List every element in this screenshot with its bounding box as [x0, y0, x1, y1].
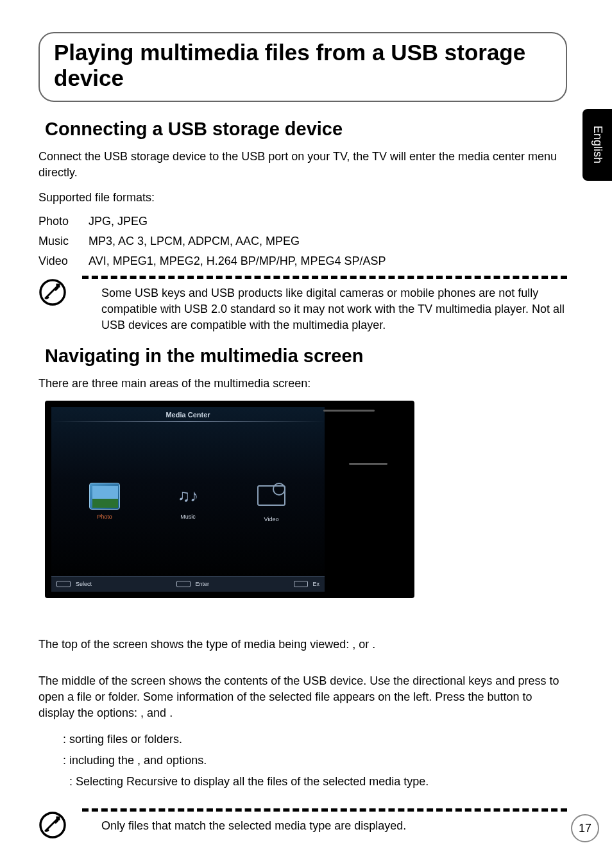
format-label: Video	[38, 255, 89, 268]
bullet-sort: : sorting files or folders.	[38, 731, 567, 748]
dashed-divider	[82, 276, 567, 279]
language-label: English	[591, 126, 604, 163]
footer-key-icon	[56, 581, 71, 587]
footer-enter-label: Enter	[196, 581, 210, 587]
heading-connecting: Connecting a USB storage device	[45, 119, 567, 140]
page-title: Playing multimedia files from a USB stor…	[54, 40, 552, 92]
nav-p-middle: The middle of the screen shows the conte…	[38, 673, 567, 722]
bullet-recursive: : Selecting Recursive to display all the…	[38, 773, 567, 790]
footer-exit-label: Ex	[313, 581, 320, 587]
format-row-photo: Photo JPG, JPEG	[38, 215, 567, 228]
bullet-including: : including the , and options.	[38, 752, 567, 769]
format-value: MP3, AC 3, LPCM, ADPCM, AAC, MPEG	[89, 235, 300, 248]
footer-select-label: Select	[76, 581, 92, 587]
tv-title: Media Center	[51, 407, 325, 419]
tv-footer-bar: Select Enter Ex	[51, 576, 325, 592]
note-block-files: Only files that match the selected media…	[38, 808, 567, 839]
photo-icon	[89, 483, 120, 510]
nav-intro: There are three main areas of the multim…	[38, 376, 567, 392]
media-label: Music	[166, 513, 210, 520]
format-value: AVI, MPEG1, MPEG2, H.264 BP/MP/HP, MPEG4…	[89, 255, 386, 268]
supported-formats-label: Supported file formats:	[38, 190, 567, 206]
note-usb-text: Some USB keys and USB products like digi…	[82, 285, 567, 334]
note-icon	[38, 278, 67, 306]
media-item-video: Video	[249, 483, 294, 522]
note-block-usb: Some USB keys and USB products like digi…	[38, 276, 567, 334]
media-label: Video	[249, 516, 294, 522]
media-label: Photo	[82, 513, 127, 520]
connect-intro: Connect the USB storage device to the US…	[38, 149, 567, 181]
page-number-badge: 17	[571, 814, 599, 842]
media-item-photo: Photo	[82, 483, 127, 522]
format-row-music: Music MP3, AC 3, LPCM, ADPCM, AAC, MPEG	[38, 235, 567, 248]
format-value: JPG, JPEG	[89, 215, 148, 228]
video-icon	[256, 485, 287, 512]
note-files-text: Only files that match the selected media…	[82, 818, 567, 834]
nav-p-top: The top of the screen shows the type of …	[38, 637, 567, 653]
language-side-tab: English	[582, 109, 612, 181]
format-label: Music	[38, 235, 89, 248]
music-icon: ♫♪	[173, 483, 203, 510]
page-number-value: 17	[579, 822, 591, 835]
format-row-video: Video AVI, MPEG1, MPEG2, H.264 BP/MP/HP,…	[38, 255, 567, 268]
note-icon	[38, 811, 67, 839]
heading-navigating: Navigating in the multimedia screen	[45, 346, 567, 367]
page-title-frame: Playing multimedia files from a USB stor…	[38, 32, 567, 102]
tv-screenshot: Media Center Photo ♫♪ Music Video Selec	[45, 401, 414, 598]
footer-key-icon	[176, 581, 191, 587]
format-label: Photo	[38, 215, 89, 228]
tv-speaker-lines	[323, 410, 375, 516]
media-item-music: ♫♪ Music	[166, 483, 210, 522]
dashed-divider	[82, 808, 567, 812]
footer-key-icon	[294, 581, 308, 587]
